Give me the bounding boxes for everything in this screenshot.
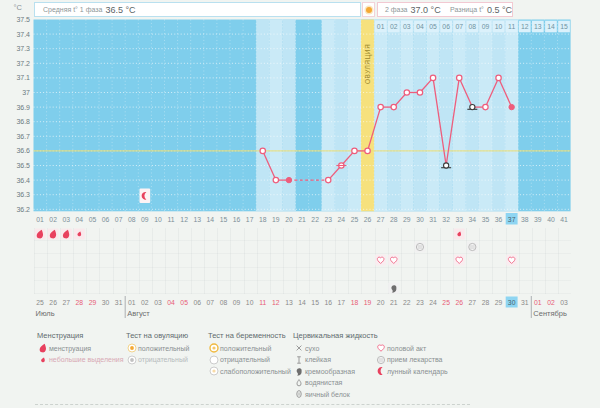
cycle-day-number[interactable]: 32 bbox=[442, 216, 450, 223]
cycle-day-number[interactable]: 40 bbox=[547, 216, 555, 223]
cycle-day-number[interactable]: 16 bbox=[233, 216, 241, 223]
cycle-day-number[interactable]: 37 bbox=[508, 216, 516, 223]
temp-point-marked[interactable] bbox=[470, 105, 475, 110]
calendar-date[interactable]: 11 bbox=[259, 299, 266, 306]
temp-point[interactable] bbox=[273, 177, 278, 182]
cycle-day-number[interactable]: 29 bbox=[403, 216, 411, 223]
cycle-day-number[interactable]: 03 bbox=[62, 216, 70, 223]
calendar-date[interactable]: 31 bbox=[115, 299, 123, 306]
temp-point[interactable] bbox=[260, 148, 265, 153]
cycle-day-number[interactable]: 33 bbox=[455, 216, 463, 223]
calendar-date[interactable]: 29 bbox=[89, 299, 97, 306]
cycle-day-number[interactable]: 15 bbox=[220, 216, 228, 223]
temp-point[interactable] bbox=[483, 104, 488, 109]
calendar-date[interactable]: 05 bbox=[180, 299, 188, 306]
cycle-day-number[interactable]: 21 bbox=[298, 216, 306, 223]
calendar-date[interactable]: 30 bbox=[102, 299, 110, 306]
cycle-day-number[interactable]: 12 bbox=[180, 216, 188, 223]
cycle-day-number[interactable]: 14 bbox=[207, 216, 215, 223]
cycle-day-number[interactable]: 22 bbox=[311, 216, 319, 223]
calendar-date[interactable]: 22 bbox=[403, 299, 411, 306]
cycle-day-number[interactable]: 26 bbox=[364, 216, 372, 223]
cycle-day-number[interactable]: 11 bbox=[168, 216, 175, 223]
calendar-date[interactable]: 03 bbox=[560, 299, 568, 306]
calendar-date[interactable]: 13 bbox=[285, 299, 293, 306]
cycle-day-number[interactable]: 07 bbox=[115, 216, 123, 223]
cycle-day-number[interactable]: 30 bbox=[416, 216, 424, 223]
calendar-date[interactable]: 06 bbox=[193, 299, 201, 306]
temp-point[interactable] bbox=[457, 75, 462, 80]
calendar-date[interactable]: 01 bbox=[128, 299, 136, 306]
cycle-day-number[interactable]: 25 bbox=[351, 216, 359, 223]
cycle-day-number[interactable]: 08 bbox=[128, 216, 136, 223]
cycle-day-number[interactable]: 20 bbox=[285, 216, 293, 223]
temp-point[interactable] bbox=[326, 177, 331, 182]
cycle-day-number[interactable]: 06 bbox=[102, 216, 110, 223]
temp-point[interactable] bbox=[352, 148, 357, 153]
calendar-date[interactable]: 14 bbox=[298, 299, 306, 306]
calendar-date[interactable]: 31 bbox=[521, 299, 529, 306]
temp-point-filled[interactable] bbox=[509, 104, 514, 109]
calendar-date[interactable]: 29 bbox=[495, 299, 503, 306]
cycle-day-number[interactable]: 27 bbox=[377, 216, 385, 223]
cycle-day-number[interactable]: 02 bbox=[49, 216, 57, 223]
cycle-day-number[interactable]: 24 bbox=[338, 216, 346, 223]
cycle-day-number[interactable]: 36 bbox=[495, 216, 503, 223]
temp-point[interactable] bbox=[496, 75, 501, 80]
cycle-day-number[interactable]: 34 bbox=[469, 216, 477, 223]
calendar-date[interactable]: 16 bbox=[324, 299, 332, 306]
calendar-date[interactable]: 03 bbox=[154, 299, 162, 306]
cycle-day-number[interactable]: 28 bbox=[390, 216, 398, 223]
temp-point[interactable] bbox=[404, 90, 409, 95]
cycle-day-number[interactable]: 09 bbox=[141, 216, 149, 223]
cycle-day-number[interactable]: 39 bbox=[534, 216, 542, 223]
cycle-day-number[interactable]: 35 bbox=[482, 216, 490, 223]
temp-point-marked[interactable] bbox=[444, 163, 449, 168]
cycle-day-number[interactable]: 31 bbox=[429, 216, 437, 223]
calendar-date[interactable]: 25 bbox=[36, 299, 44, 306]
cycle-day-number[interactable]: 13 bbox=[193, 216, 201, 223]
calendar-date[interactable]: 17 bbox=[338, 299, 346, 306]
calendar-date[interactable]: 24 bbox=[429, 299, 437, 306]
temp-point[interactable] bbox=[391, 104, 396, 109]
cycle-day-number[interactable]: 10 bbox=[154, 216, 162, 223]
cycle-day-number[interactable]: 04 bbox=[76, 216, 84, 223]
calendar-date[interactable]: 27 bbox=[62, 299, 70, 306]
calendar-date[interactable]: 09 bbox=[233, 299, 241, 306]
cycle-day-number[interactable]: 05 bbox=[89, 216, 97, 223]
calendar-date[interactable]: 07 bbox=[207, 299, 215, 306]
calendar-date[interactable]: 25 bbox=[442, 299, 450, 306]
calendar-date[interactable]: 30 bbox=[508, 299, 516, 306]
calendar-date[interactable]: 19 bbox=[364, 299, 372, 306]
temp-point[interactable] bbox=[430, 75, 435, 80]
calendar-date[interactable]: 10 bbox=[246, 299, 254, 306]
calendar-date[interactable]: 21 bbox=[390, 299, 398, 306]
calendar-date[interactable]: 26 bbox=[455, 299, 463, 306]
calendar-date[interactable]: 28 bbox=[76, 299, 84, 306]
calendar-date[interactable]: 12 bbox=[272, 299, 280, 306]
calendar-date[interactable]: 28 bbox=[482, 299, 490, 306]
calendar-date[interactable]: 20 bbox=[377, 299, 385, 306]
cycle-day-number[interactable]: 17 bbox=[246, 216, 254, 223]
calendar-date[interactable]: 23 bbox=[416, 299, 424, 306]
temp-point-filled[interactable] bbox=[286, 177, 291, 182]
calendar-date[interactable]: 02 bbox=[547, 299, 555, 306]
calendar-date[interactable]: 15 bbox=[311, 299, 319, 306]
cycle-day-number[interactable]: 01 bbox=[36, 216, 44, 223]
cycle-day-number[interactable]: 38 bbox=[521, 216, 529, 223]
temp-point[interactable] bbox=[365, 148, 370, 153]
temperature-chart[interactable]: ОВУЛЯЦИЯ010203040506070809101112131415°C… bbox=[0, 0, 600, 330]
cycle-day-number[interactable]: 19 bbox=[272, 216, 280, 223]
calendar-date[interactable]: 04 bbox=[167, 299, 175, 306]
temp-point[interactable] bbox=[378, 104, 383, 109]
calendar-date[interactable]: 01 bbox=[534, 299, 542, 306]
cycle-day-number[interactable]: 18 bbox=[259, 216, 267, 223]
calendar-date[interactable]: 26 bbox=[49, 299, 57, 306]
cycle-day-number[interactable]: 41 bbox=[560, 216, 568, 223]
calendar-date[interactable]: 08 bbox=[220, 299, 228, 306]
temp-point[interactable] bbox=[417, 90, 422, 95]
calendar-date[interactable]: 27 bbox=[469, 299, 477, 306]
cycle-day-number[interactable]: 23 bbox=[324, 216, 332, 223]
calendar-date[interactable]: 02 bbox=[141, 299, 149, 306]
calendar-date[interactable]: 18 bbox=[351, 299, 359, 306]
